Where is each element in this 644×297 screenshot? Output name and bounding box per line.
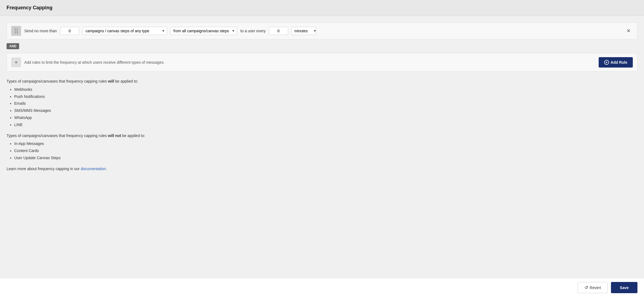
list-item: Push Notifications (14, 94, 637, 100)
plus-circle-icon: + (604, 60, 609, 65)
count-input[interactable] (60, 27, 79, 35)
time-unit-select-wrapper: minutes hours days weeks ▼ (291, 27, 319, 35)
list-item: Webhooks (14, 86, 637, 93)
add-icon-button[interactable]: + (11, 57, 21, 67)
list-item: LINE (14, 122, 637, 128)
will-apply-bold: will (108, 79, 114, 83)
will-not-apply-end: be applied to: (121, 133, 145, 138)
will-apply-intro: Types of campaigns/canvases that frequen… (7, 79, 108, 83)
add-rule-row: + Add rules to limit the frequency at wh… (7, 53, 637, 72)
time-input[interactable] (269, 27, 288, 35)
will-not-apply-intro: Types of campaigns/canvases that frequen… (7, 133, 108, 138)
source-select[interactable]: from all campaigns/canvas steps from a s… (170, 27, 237, 35)
will-apply-list: Webhooks Push Notifications Emails SMS/M… (7, 86, 637, 128)
learn-more-paragraph: Learn more about frequency capping in ou… (7, 166, 637, 172)
list-item: WhatsApp (14, 115, 637, 121)
page-footer: ↺ Revert Save (0, 278, 644, 297)
save-label: Save (620, 286, 629, 290)
page-title: Frequency Capping (7, 5, 637, 11)
revert-label: Revert (590, 286, 601, 290)
rule-row: Send no more than campaigns / canvas ste… (7, 22, 637, 39)
list-item: Emails (14, 100, 637, 107)
drag-handle[interactable] (11, 26, 21, 36)
list-item: In-App Messages (14, 141, 637, 147)
type-select[interactable]: campaigns / canvas steps of any type cam… (82, 27, 167, 35)
to-user-label: to a user every (240, 29, 266, 33)
and-badge: AND (7, 43, 19, 49)
add-rule-description: Add rules to limit the frequency at whic… (24, 60, 595, 65)
info-section: Types of campaigns/canvases that frequen… (7, 78, 637, 172)
will-apply-end: be applied to: (114, 79, 138, 83)
remove-rule-button[interactable]: ✕ (624, 27, 633, 35)
time-unit-select[interactable]: minutes hours days weeks (291, 27, 316, 35)
send-no-more-label: Send no more than (24, 29, 57, 33)
list-item: SMS/MMS Messages (14, 107, 637, 114)
revert-icon: ↺ (584, 285, 588, 290)
list-item: Content Cards (14, 148, 637, 154)
revert-button[interactable]: ↺ Revert (578, 282, 608, 293)
documentation-link[interactable]: documentation (81, 167, 106, 171)
learn-more-suffix: . (106, 167, 107, 171)
will-not-apply-list: In-App Messages Content Cards User Updat… (7, 141, 637, 161)
will-apply-paragraph: Types of campaigns/canvases that frequen… (7, 78, 637, 85)
list-item: User Update Canvas Steps (14, 155, 637, 161)
learn-more-prefix: Learn more about frequency capping in ou… (7, 167, 81, 171)
source-select-wrapper: from all campaigns/canvas steps from a s… (170, 27, 237, 35)
add-rule-button[interactable]: + Add Rule (599, 57, 633, 68)
add-rule-button-label: Add Rule (611, 60, 627, 65)
save-button[interactable]: Save (611, 282, 637, 293)
will-not-apply-paragraph: Types of campaigns/canvases that frequen… (7, 133, 637, 139)
will-not-apply-bold: will not (108, 133, 121, 138)
type-select-wrapper: campaigns / canvas steps of any type cam… (82, 27, 167, 35)
